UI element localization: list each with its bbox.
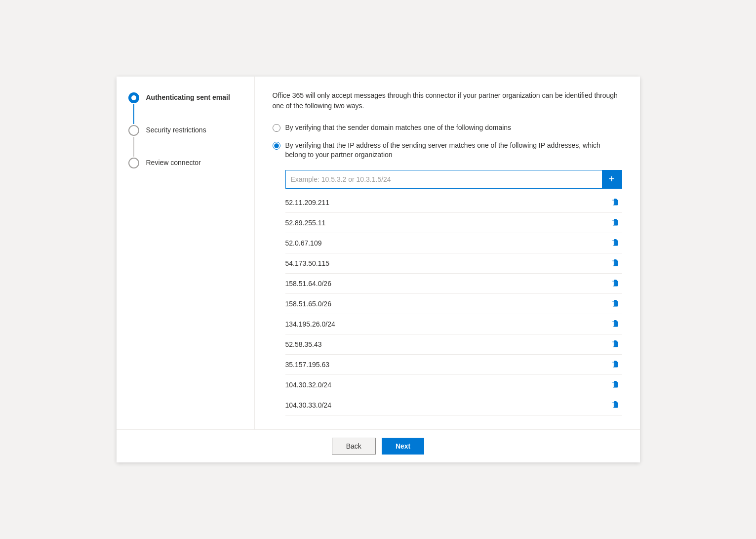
delete-ip-button[interactable] bbox=[608, 400, 622, 410]
step-connector-1 bbox=[133, 104, 134, 124]
trash-icon bbox=[611, 280, 619, 288]
ip-value: 52.58.35.43 bbox=[285, 340, 322, 348]
ip-row: 158.51.64.0/26 bbox=[285, 274, 622, 294]
ip-row: 104.30.33.0/24 bbox=[285, 395, 622, 415]
trash-icon bbox=[611, 239, 619, 247]
radio-group: By verifying that the sender domain matc… bbox=[273, 123, 622, 160]
ip-address-input[interactable] bbox=[286, 172, 602, 186]
ip-value: 52.11.209.211 bbox=[285, 199, 330, 207]
ip-row: 35.157.195.63 bbox=[285, 355, 622, 375]
ip-row: 54.173.50.115 bbox=[285, 253, 622, 274]
delete-ip-button[interactable] bbox=[608, 218, 622, 228]
ip-row: 52.58.35.43 bbox=[285, 334, 622, 355]
step-label-authenticating: Authenticating sent email bbox=[146, 92, 230, 101]
radio-option-ip[interactable]: By verifying that the IP address of the … bbox=[273, 141, 622, 160]
step-circle-3 bbox=[128, 158, 139, 168]
trash-icon bbox=[611, 361, 619, 369]
delete-ip-button[interactable] bbox=[608, 380, 622, 390]
delete-ip-button[interactable] bbox=[608, 339, 622, 349]
trash-icon bbox=[611, 300, 619, 308]
delete-ip-button[interactable] bbox=[608, 319, 622, 329]
ip-row: 158.51.65.0/26 bbox=[285, 294, 622, 314]
back-button[interactable]: Back bbox=[332, 438, 376, 455]
ip-list: 52.11.209.211 52.89.255.11 52.0.67.109 5… bbox=[285, 193, 622, 415]
ip-row: 52.11.209.211 bbox=[285, 193, 622, 213]
delete-ip-button[interactable] bbox=[608, 238, 622, 248]
ip-value: 52.0.67.109 bbox=[285, 239, 322, 247]
step-circle-col-3 bbox=[128, 158, 139, 168]
radio-domain[interactable] bbox=[273, 124, 280, 132]
delete-ip-button[interactable] bbox=[608, 360, 622, 370]
step-circle-1 bbox=[128, 92, 139, 103]
ip-value: 52.89.255.11 bbox=[285, 219, 326, 227]
ip-value: 158.51.65.0/26 bbox=[285, 300, 331, 308]
step-circle-col-2 bbox=[128, 125, 139, 158]
radio-option-domain[interactable]: By verifying that the sender domain matc… bbox=[273, 123, 622, 133]
step-authenticating: Authenticating sent email bbox=[128, 92, 242, 125]
main-content: Office 365 will only accept messages thr… bbox=[255, 77, 640, 429]
step-circle-inner-1 bbox=[131, 95, 136, 100]
delete-ip-button[interactable] bbox=[608, 198, 622, 207]
trash-icon bbox=[611, 401, 619, 409]
stepper: Authenticating sent email Security restr… bbox=[117, 77, 255, 429]
delete-ip-button[interactable] bbox=[608, 279, 622, 289]
trash-icon bbox=[611, 381, 619, 389]
ip-row: 134.195.26.0/24 bbox=[285, 314, 622, 334]
ip-value: 134.195.26.0/24 bbox=[285, 320, 335, 328]
delete-ip-button[interactable] bbox=[608, 299, 622, 309]
trash-icon bbox=[611, 340, 619, 348]
ip-row: 52.89.255.11 bbox=[285, 213, 622, 233]
radio-label-domain: By verifying that the sender domain matc… bbox=[285, 123, 512, 133]
step-circle-col-1 bbox=[128, 92, 139, 125]
step-label-security: Security restrictions bbox=[146, 125, 206, 134]
ip-value: 158.51.64.0/26 bbox=[285, 280, 331, 288]
dialog-footer: Back Next bbox=[117, 429, 640, 462]
trash-icon bbox=[611, 219, 619, 227]
ip-input-row: + bbox=[285, 170, 622, 189]
step-connector-2 bbox=[133, 137, 134, 157]
ip-row: 52.0.67.109 bbox=[285, 233, 622, 253]
radio-label-ip: By verifying that the IP address of the … bbox=[285, 141, 622, 160]
dialog: Authenticating sent email Security restr… bbox=[117, 77, 640, 462]
description-text: Office 365 will only accept messages thr… bbox=[273, 90, 622, 111]
step-security: Security restrictions bbox=[128, 125, 242, 158]
ip-value: 104.30.32.0/24 bbox=[285, 381, 331, 389]
step-circle-2 bbox=[128, 125, 139, 136]
add-ip-button[interactable]: + bbox=[602, 170, 622, 188]
delete-ip-button[interactable] bbox=[608, 258, 622, 268]
ip-value: 54.173.50.115 bbox=[285, 259, 330, 267]
step-review: Review connector bbox=[128, 158, 242, 168]
trash-icon bbox=[611, 259, 619, 267]
trash-icon bbox=[611, 199, 619, 207]
ip-row: 104.30.32.0/24 bbox=[285, 375, 622, 395]
next-button[interactable]: Next bbox=[382, 438, 424, 455]
ip-value: 35.157.195.63 bbox=[285, 361, 330, 369]
ip-value: 104.30.33.0/24 bbox=[285, 401, 331, 409]
step-label-review: Review connector bbox=[146, 158, 201, 166]
trash-icon bbox=[611, 320, 619, 328]
radio-ip[interactable] bbox=[273, 142, 280, 150]
dialog-body: Authenticating sent email Security restr… bbox=[117, 77, 640, 429]
